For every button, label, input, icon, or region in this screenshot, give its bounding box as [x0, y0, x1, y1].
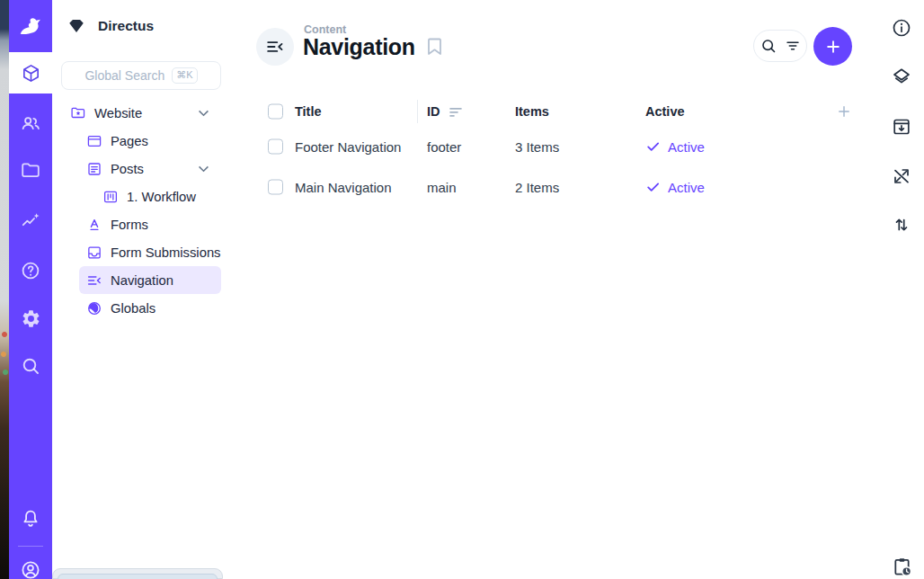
right-sidebar — [879, 0, 924, 579]
sidebar-item-website[interactable]: Website — [63, 99, 221, 127]
search-module-icon — [20, 355, 41, 377]
sidebar-item-form-submissions[interactable]: Form Submissions — [79, 238, 221, 266]
table-row[interactable]: Main Navigation main 2 Items Active — [241, 166, 879, 207]
global-search-placeholder: Global Search — [84, 68, 164, 83]
column-header-active[interactable]: Active — [645, 104, 685, 119]
layers-icon[interactable] — [891, 66, 912, 87]
background-window-edge — [52, 568, 223, 579]
users-module-icon — [20, 112, 41, 134]
cell-title: Main Navigation — [295, 179, 392, 194]
status-badge: Active — [668, 179, 705, 194]
bell-icon — [20, 508, 41, 530]
sidebar-item-forms[interactable]: Forms — [79, 210, 221, 238]
user-avatar-button[interactable] — [9, 549, 52, 579]
search-icon[interactable] — [760, 37, 777, 55]
page-header: Content Navigation — [241, 0, 879, 94]
page-title: Navigation — [303, 34, 415, 60]
chevron-down-icon[interactable] — [198, 110, 209, 117]
archive-icon[interactable] — [891, 116, 912, 138]
select-all-checkbox[interactable] — [268, 104, 283, 120]
plus-icon — [824, 38, 842, 56]
chevron-down-icon[interactable] — [198, 165, 209, 173]
inbox-icon — [86, 245, 102, 261]
background-window-inner — [58, 574, 218, 579]
info-icon[interactable] — [891, 17, 912, 39]
project-name: Directus — [98, 18, 154, 34]
nav-sidebar: Directus Global Search ⌘K Website — [52, 0, 232, 579]
desktop-background-strip — [0, 0, 9, 579]
column-header-title[interactable]: Title — [295, 104, 322, 119]
cell-id: footer — [427, 138, 461, 154]
sidebar-item-globals[interactable]: Globals — [79, 294, 221, 322]
help-module-icon — [20, 260, 41, 281]
module-item-search[interactable] — [9, 345, 52, 387]
items-table: Title ID Items Active Footer Navigation … — [241, 97, 879, 207]
module-item-users[interactable] — [9, 102, 52, 144]
search-filter-pill — [753, 30, 807, 62]
article-icon — [86, 161, 102, 177]
folder-star-icon — [70, 105, 86, 121]
module-item-settings[interactable] — [9, 298, 52, 339]
insights-module-icon — [20, 210, 41, 232]
swap-vert-icon[interactable] — [891, 214, 912, 236]
pending-actions-icon[interactable] — [891, 556, 913, 578]
check-icon — [645, 179, 661, 194]
filter-icon[interactable] — [785, 38, 801, 54]
collections-tree: Website Pages Posts — [52, 99, 232, 322]
shortcut-badge: ⌘K — [172, 67, 197, 84]
cell-items: 3 Items — [515, 138, 559, 154]
settings-module-icon — [21, 308, 41, 329]
module-item-files[interactable] — [9, 150, 52, 192]
menu-open-icon — [265, 37, 285, 57]
cell-active: Active — [645, 138, 705, 154]
column-header-items[interactable]: Items — [515, 104, 549, 119]
row-checkbox[interactable] — [268, 179, 283, 194]
rabbit-icon — [17, 14, 44, 38]
gem-icon — [67, 18, 85, 34]
folder-module-icon — [20, 160, 41, 182]
sidebar-item-navigation[interactable]: Navigation — [79, 266, 221, 294]
global-search-input[interactable]: Global Search ⌘K — [61, 61, 221, 90]
directus-logo[interactable] — [9, 0, 52, 52]
cell-id: main — [427, 179, 457, 194]
kanban-icon — [102, 189, 119, 205]
expand-off-icon[interactable] — [891, 165, 912, 187]
table-header-row: Title ID Items Active — [241, 97, 879, 126]
module-item-content[interactable] — [9, 52, 52, 94]
sidebar-item-workflow[interactable]: 1. Workflow — [95, 183, 221, 210]
cell-active: Active — [645, 179, 705, 194]
module-item-help[interactable] — [9, 250, 52, 291]
project-switcher[interactable]: Directus — [52, 0, 232, 52]
sidebar-item-posts[interactable]: Posts — [79, 155, 221, 183]
status-badge: Active — [668, 138, 705, 154]
avatar-icon — [20, 559, 41, 579]
add-item-button[interactable] — [813, 27, 852, 66]
module-bar — [9, 0, 52, 579]
check-icon — [645, 138, 661, 154]
sort-icon[interactable] — [449, 107, 462, 117]
column-header-id[interactable]: ID — [427, 104, 440, 119]
box-module-icon — [21, 63, 41, 84]
cell-items: 2 Items — [515, 179, 559, 194]
sidebar-item-pages[interactable]: Pages — [79, 127, 221, 155]
column-divider — [417, 100, 418, 123]
module-bar-divider — [18, 546, 43, 547]
module-item-insights[interactable] — [9, 200, 52, 242]
add-column-button[interactable] — [836, 103, 852, 120]
text-a-icon — [86, 217, 102, 233]
notifications-button[interactable] — [9, 498, 52, 539]
row-checkbox[interactable] — [268, 138, 283, 154]
window-icon — [86, 133, 102, 149]
collection-icon-button[interactable] — [256, 28, 294, 66]
cell-title: Footer Navigation — [295, 138, 401, 154]
table-row[interactable]: Footer Navigation footer 3 Items Active — [241, 126, 879, 166]
globe-icon — [86, 300, 102, 316]
menu-open-icon — [86, 272, 102, 289]
bookmark-icon[interactable] — [426, 37, 443, 57]
